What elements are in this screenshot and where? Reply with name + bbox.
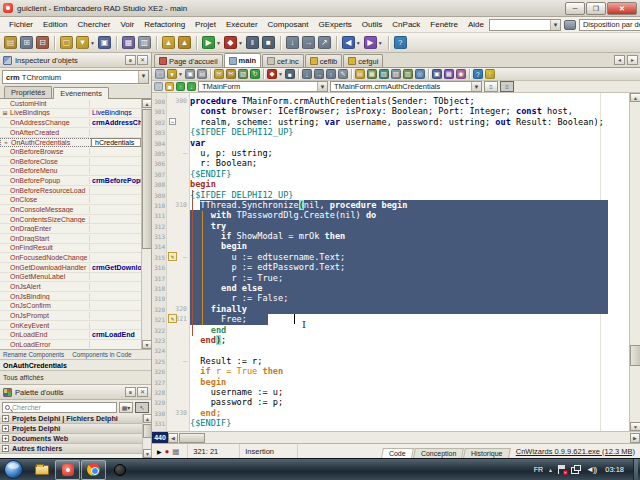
scroll-up-icon[interactable]: ▲ <box>630 93 640 102</box>
scroll-thumb[interactable] <box>142 109 151 249</box>
open-button[interactable]: ▼▼ <box>166 66 184 82</box>
chevron-down-icon[interactable]: ▼ <box>550 20 560 30</box>
code-line-328[interactable]: 328 username := u; <box>152 387 629 397</box>
cn-flat-buttons-button[interactable]: ▧ <box>390 66 402 82</box>
code-line-302[interactable]: 302− realm, scheme: ustring; var usernam… <box>152 117 629 127</box>
program-reset-button[interactable]: ■ <box>284 66 296 82</box>
code-line-310[interactable]: 310310 TThread.Synchronize(nil, procedur… <box>152 200 629 210</box>
menu-aide[interactable]: Aide <box>463 18 489 31</box>
gutter-edit-icon[interactable]: ✎ <box>168 314 177 323</box>
pin-icon[interactable]: ๑ <box>125 387 136 397</box>
menu-fenetre[interactable]: Fenêtre <box>425 18 463 31</box>
tab-scroll-left-icon[interactable]: ◂ <box>614 55 625 65</box>
code-line-305[interactable]: 305– u, p: ustring; <box>152 148 629 158</box>
run-no-debug-button[interactable]: ◆▼ <box>223 35 244 51</box>
palette-category-projets-delphi-fichiers-delphi[interactable]: +Projets Delphi | Fichiers Delphi <box>0 414 142 424</box>
scroll-up-icon[interactable]: ▲ <box>142 99 151 108</box>
step-over2-button[interactable]: → <box>313 66 325 82</box>
code-line-319[interactable]: 319 r := False; <box>152 293 629 303</box>
action-center-flag-icon[interactable]: ✕ <box>558 465 566 474</box>
desktop-search-combo[interactable]: ▼ <box>489 19 561 31</box>
inspector-row-onjsconfirm[interactable]: OnJsConfirm <box>0 301 151 311</box>
inspector-row-onloadend[interactable]: OnLoadEndcrmLoadEnd <box>0 330 151 340</box>
scroll-down-icon[interactable]: ▼ <box>630 422 640 431</box>
object-inspector-header[interactable]: Inspecteur d'objets ๑ ✕ <box>0 53 151 68</box>
object-selector-combo[interactable]: crm TChromium ▼ <box>2 70 149 84</box>
inspector-row-customhint[interactable]: CustomHint <box>0 99 151 109</box>
view-tab-code[interactable]: Code <box>381 448 413 458</box>
inspector-row-onkeyevent[interactable]: OnKeyEvent <box>0 321 151 331</box>
cn-uses-cleaner-button[interactable]: ▦ <box>366 66 378 82</box>
fold-collapse-icon[interactable]: − <box>169 118 176 125</box>
forward-button[interactable]: ▶▼ <box>363 35 384 51</box>
inspector-row-onloaderror[interactable]: OnLoadError <box>0 340 151 350</box>
filter-status-label[interactable]: Tous affichés <box>0 371 151 385</box>
palette-scrollbar[interactable]: ▲ ▼ <box>142 414 151 458</box>
start-button[interactable] <box>4 460 23 479</box>
code-line-307[interactable]: 307{$ENDIF} <box>152 169 629 179</box>
new-items-button[interactable]: ▤ <box>3 35 18 51</box>
chevron-down-icon[interactable]: ▼ <box>138 71 148 83</box>
palette-cursor-button[interactable]: ↖ <box>135 402 149 413</box>
code-line-314[interactable]: 314 begin <box>152 241 629 251</box>
show-desktop-button[interactable] <box>633 459 638 480</box>
code-line-321[interactable]: 321321✎ Free; <box>152 314 629 324</box>
inspector-row-onbeforemenu[interactable]: OnBeforeMenu <box>0 166 151 176</box>
inspector-row-onbeforebrowse[interactable]: OnBeforeBrowse <box>0 147 151 157</box>
code-line-312[interactable]: 312 try <box>152 221 629 231</box>
code-line-329[interactable]: 329 password := p; <box>152 397 629 407</box>
expand-icon[interactable]: + <box>2 415 9 422</box>
pin-icon[interactable]: ๑ <box>125 55 136 65</box>
taskbar-chrome-button[interactable] <box>81 460 106 480</box>
sync-edit-button[interactable]: ▧ <box>237 66 249 82</box>
inspector-row-livebindings[interactable]: ⊞LiveBindingsLiveBindings <box>0 109 151 119</box>
scroll-left-icon[interactable]: ◀ <box>168 433 178 443</box>
inspector-row-onfindresult[interactable]: OnFindResult <box>0 244 151 254</box>
cn-options-button[interactable]: ◉ <box>455 66 467 82</box>
taskbar-radstudio-button[interactable] <box>55 460 80 480</box>
code-line-317[interactable]: 317 r := True; <box>152 273 629 283</box>
open-file-button[interactable]: ▼▼ <box>75 35 96 51</box>
goto-interface-icon[interactable]: ↑ <box>176 82 185 91</box>
save-button[interactable]: ▣ <box>97 35 112 51</box>
chevron-down-icon[interactable]: ▼ <box>317 82 327 91</box>
inspector-row-ondragstart[interactable]: OnDragStart <box>0 234 151 244</box>
chevron-down-icon[interactable]: ▼ <box>278 71 283 77</box>
expand-icon[interactable]: + <box>2 435 9 442</box>
expand-icon[interactable]: + <box>2 445 9 452</box>
palette-category-autres-fichiers[interactable]: +Autres fichiers <box>0 444 142 454</box>
menu-outils[interactable]: Outils <box>357 18 387 31</box>
scroll-thumb[interactable] <box>143 424 151 438</box>
code-line-324[interactable]: 324 <box>152 345 629 355</box>
chevron-down-icon[interactable]: ▼ <box>471 82 481 91</box>
scroll-up-icon[interactable]: ▲ <box>143 414 151 423</box>
inspector-row-oncontentssizechange[interactable]: OnContentsSizeChange <box>0 215 151 225</box>
code-line-325[interactable]: 325– Result := r; <box>152 356 629 366</box>
run-button[interactable]: ▶▼ <box>201 35 222 51</box>
scroll-down-icon[interactable]: ▼ <box>142 340 151 349</box>
compile-unit-button[interactable]: ✉ <box>213 66 225 82</box>
save-as-button[interactable]: ▣ <box>184 66 196 82</box>
tray-expand-icon[interactable]: ▲ <box>548 467 553 473</box>
step-over-button[interactable]: → <box>301 35 316 51</box>
palette-category-documents-web[interactable]: +Documents Web <box>0 434 142 444</box>
view-tab-conception[interactable]: Conception <box>413 448 464 458</box>
code-line-326[interactable]: 326 if r = True then <box>152 366 629 376</box>
menu-refactoring[interactable]: Refactoring <box>139 18 190 31</box>
code-line-304[interactable]: 304var <box>152 138 629 148</box>
inspector-row-ongetmenulabel[interactable]: OnGetMenuLabel <box>0 273 151 283</box>
toggle-interface-button[interactable]: ≡ <box>484 81 498 92</box>
menu-projet[interactable]: Projet <box>190 18 221 31</box>
code-line-300[interactable]: 300300procedure TMainForm.crmAuthCredent… <box>152 96 629 106</box>
new-file-button[interactable]: ▢ <box>59 35 74 51</box>
menu-executer[interactable]: Exécuter <box>221 18 263 31</box>
build-project-button[interactable]: ✉ <box>225 66 237 82</box>
speaker-icon[interactable]: ◄)) <box>586 465 596 474</box>
cn-find-button[interactable]: ◎ <box>414 66 426 82</box>
compile-button[interactable]: ▲ <box>161 35 176 51</box>
chevron-down-icon[interactable]: ▼ <box>378 40 383 46</box>
inspector-row-onclose[interactable]: OnClose <box>0 195 151 205</box>
palette-search-input[interactable]: Chercher <box>2 402 117 413</box>
code-line-318[interactable]: 318 end else <box>152 283 629 293</box>
title-bar[interactable]: guiclient - Embarcadero RAD Studio XE2 -… <box>0 0 640 17</box>
